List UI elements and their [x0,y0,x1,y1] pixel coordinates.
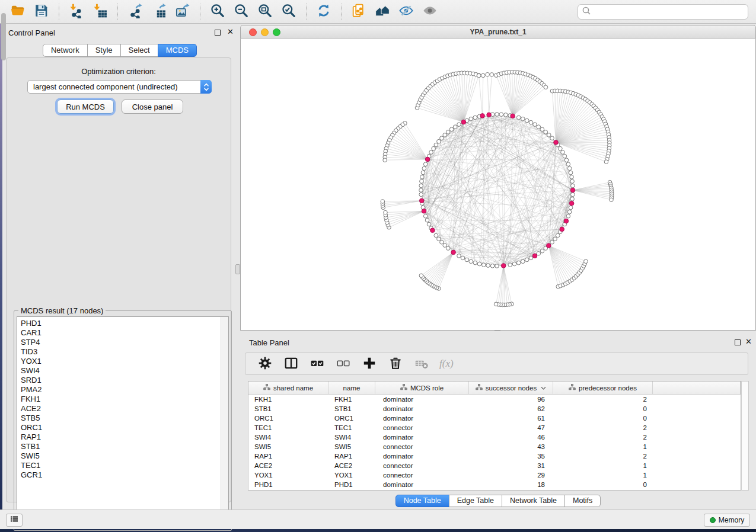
table-cell[interactable]: SWI4 [328,432,375,442]
table-cell[interactable]: connector [375,442,469,451]
column-header-shared-name[interactable]: shared name [248,382,328,394]
table-cell[interactable]: ORC1 [328,414,375,423]
table-cell[interactable]: ORC1 [248,414,328,423]
table-cell[interactable]: 2 [553,432,653,442]
table-row[interactable]: TEC1TEC1connector472 [248,423,741,432]
table-cell[interactable] [653,404,741,414]
table-cell[interactable]: dominator [375,414,469,423]
column-header-predecessor-nodes[interactable]: predecessor nodes [553,382,653,394]
mcds-result-item[interactable]: RAP1 [17,432,228,442]
open-file-button[interactable] [8,2,27,21]
select-all-button[interactable] [308,354,327,373]
table-row[interactable]: ACE2ACE2connector311 [248,461,741,470]
table-cell[interactable]: connector [375,461,469,470]
task-history-button[interactable] [6,514,23,527]
share-document-button[interactable] [349,2,368,21]
export-image-button[interactable] [173,2,192,21]
mcds-result-item[interactable]: TEC1 [17,461,228,470]
mcds-result-item[interactable]: PHD1 [17,319,228,328]
search-input[interactable] [591,6,748,18]
close-panel-icon[interactable]: ✕ [227,27,234,37]
table-cell[interactable]: SWI5 [248,442,328,451]
memory-button[interactable]: Memory [704,514,750,527]
vertical-splitter-handle[interactable] [235,264,240,274]
table-cell[interactable] [653,442,741,451]
tab-mcds[interactable]: MCDS [158,44,197,57]
mcds-result-item[interactable]: SRD1 [17,376,228,385]
save-session-button[interactable] [32,2,51,21]
tab-network[interactable]: Network [43,44,88,57]
table-cell[interactable]: 2 [553,451,653,461]
table-cell[interactable]: 62 [469,404,553,414]
table-tab-motifs[interactable]: Motifs [564,495,601,507]
table-cell[interactable]: 46 [469,432,553,442]
hide-graphics-details-button[interactable] [397,2,416,21]
table-cell[interactable]: FKH1 [328,395,375,404]
column-header-MCDS-role[interactable]: MCDS role [375,382,469,394]
mcds-result-item[interactable]: GCR1 [17,470,228,480]
table-cell[interactable]: 1 [553,442,653,451]
table-cell[interactable] [653,480,741,489]
float-table-panel-icon[interactable] [735,339,741,345]
mcds-result-item[interactable]: SWI4 [17,366,228,376]
table-cell[interactable]: dominator [375,395,469,404]
float-panel-icon[interactable] [215,30,221,36]
mcds-result-item[interactable]: ORC1 [17,423,228,432]
table-cell[interactable]: 2 [553,395,653,404]
close-table-panel-icon[interactable]: ✕ [745,337,752,347]
table-cell[interactable]: RAP1 [248,451,328,461]
zoom-selected-button[interactable] [279,2,298,21]
table-cell[interactable]: RAP1 [328,451,375,461]
table-cell[interactable]: 31 [469,461,553,470]
import-table-button[interactable] [91,2,110,21]
show-graphics-details-button[interactable] [420,2,439,21]
table-cell[interactable] [653,470,741,480]
table-row[interactable]: SWI5SWI5connector431 [248,442,741,451]
mcds-result-item[interactable]: STB1 [17,442,228,451]
add-column-button[interactable] [360,354,379,373]
mcds-result-item[interactable]: ACE2 [17,404,228,414]
network-graph[interactable] [241,39,755,329]
table-row[interactable]: ORC1ORC1dominator610 [248,414,741,423]
network-home-button[interactable] [373,2,392,21]
optimization-criterion-select[interactable]: largest connected component (undirected) [27,80,212,94]
table-cell[interactable] [653,451,741,461]
table-cell[interactable]: dominator [375,451,469,461]
table-cell[interactable]: SWI5 [328,442,375,451]
mcds-result-item[interactable]: STB5 [17,414,228,423]
table-cell[interactable]: ACE2 [248,461,328,470]
import-network-button[interactable] [67,2,86,21]
tab-style[interactable]: Style [87,44,121,57]
table-cell[interactable] [653,395,741,404]
table-row[interactable]: FKH1FKH1dominator962 [248,395,741,404]
table-cell[interactable]: YOX1 [328,470,375,480]
table-cell[interactable]: 0 [553,480,653,489]
table-cell[interactable]: PHD1 [328,480,375,489]
export-table-button[interactable] [149,2,168,21]
table-scrollbar[interactable] [741,381,749,491]
table-cell[interactable]: dominator [375,404,469,414]
export-network-button[interactable] [126,2,145,21]
zoom-out-button[interactable] [232,2,251,21]
table-tab-network-table[interactable]: Network Table [502,495,565,507]
delete-column-button[interactable] [386,354,405,373]
table-cell[interactable] [653,461,741,470]
table-cell[interactable]: YOX1 [248,470,328,480]
column-header-name[interactable]: name [328,382,375,394]
table-cell[interactable]: SWI4 [248,432,328,442]
mcds-result-item[interactable]: YOX1 [17,357,228,366]
table-cell[interactable]: 18 [469,480,553,489]
table-cell[interactable]: 0 [553,404,653,414]
table-cell[interactable]: 2 [553,423,653,432]
table-scrollbar-thumb[interactable] [1,13,6,60]
run-mcds-button[interactable]: Run MCDS [57,100,114,114]
zoom-in-button[interactable] [208,2,227,21]
table-cell[interactable]: PHD1 [248,480,328,489]
table-cell[interactable]: 1 [553,470,653,480]
table-cell[interactable]: 96 [469,395,553,404]
table-cell[interactable]: ACE2 [328,461,375,470]
zoom-fit-button[interactable] [256,2,275,21]
table-cell[interactable]: connector [375,423,469,432]
table-cell[interactable] [653,423,741,432]
table-cell[interactable]: 43 [469,442,553,451]
